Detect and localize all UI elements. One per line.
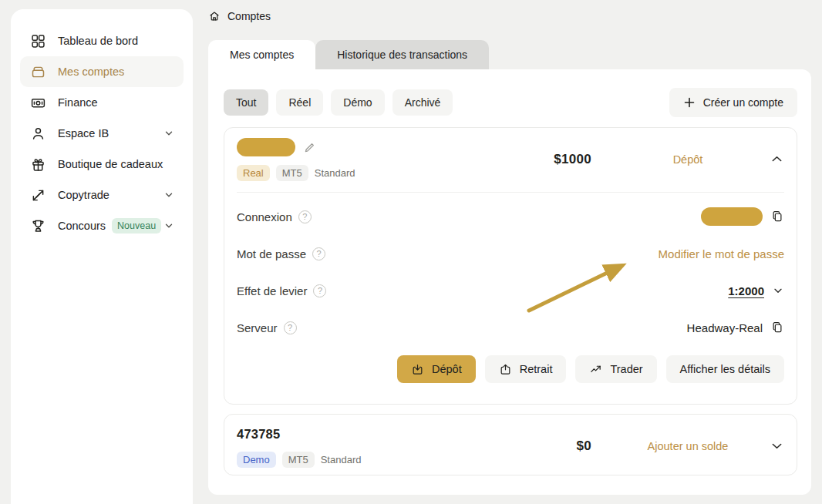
password-label: Mot de passe (237, 247, 306, 260)
plus-icon (683, 96, 696, 109)
account-card-real: Real MT5 Standard $1000 Dépôt Connexion … (224, 127, 797, 405)
account-identity: Real MT5 Standard (237, 137, 522, 181)
chevron-down-icon[interactable] (163, 220, 174, 231)
filter-label: Tout (236, 96, 256, 109)
leverage-value[interactable]: 1:2000 (728, 284, 764, 297)
wallet-icon (29, 63, 46, 80)
server-row: Serveur ? Headway-Real (237, 309, 784, 346)
plan-badge: Standard (315, 165, 355, 181)
withdraw-button-label: Retrait (520, 363, 553, 375)
filter-label: Réel (288, 96, 311, 109)
account-filters: Tout Réel Démo Archivé (224, 89, 453, 116)
sidebar-item-label: Espace IB (58, 127, 109, 139)
plan-badge: Standard (321, 452, 362, 468)
sidebar-item-finance[interactable]: Finance (20, 87, 184, 118)
login-label: Connexion (237, 210, 292, 223)
account-type-badge: Demo (237, 452, 276, 468)
sidebar: Tableau de bord Mes comptes Finance (11, 9, 193, 504)
tab-bar: Mes comptes Historique des transactions (208, 40, 489, 69)
server-label: Serveur (237, 321, 278, 334)
help-icon[interactable]: ? (312, 247, 325, 260)
account-balance: $0 (522, 438, 615, 454)
gift-icon (29, 156, 46, 173)
chevron-down-icon (770, 438, 784, 453)
account-card-demo: 473785 Demo MT5 Standard $0 Ajouter un s… (224, 414, 797, 475)
tab-transaction-history[interactable]: Historique des transactions (315, 40, 489, 69)
sidebar-item-label: Concours (58, 220, 106, 232)
create-account-button[interactable]: Créer un compte (669, 88, 797, 117)
help-icon[interactable]: ? (313, 284, 326, 297)
breadcrumb[interactable]: Comptes (208, 10, 271, 22)
password-row: Mot de passe ? Modifier le mot de passe (237, 235, 784, 272)
change-password-link[interactable]: Modifier le mot de passe (659, 247, 784, 260)
account-identity: 473785 Demo MT5 Standard (237, 424, 522, 468)
leverage-label: Effet de levier (237, 284, 307, 297)
chevron-down-icon[interactable] (772, 284, 784, 297)
add-balance-link[interactable]: Ajouter un solde (615, 440, 761, 452)
nouveau-badge: Nouveau (112, 218, 161, 234)
platform-badge: MT5 (282, 452, 315, 468)
account-actions: Dépôt Retrait Trader (224, 346, 797, 383)
tab-label: Historique des transactions (337, 49, 467, 61)
withdraw-button[interactable]: Retrait (485, 355, 567, 383)
trend-up-icon (589, 363, 602, 376)
account-card-header: 473785 Demo MT5 Standard $0 Ajouter un s… (224, 415, 797, 468)
help-icon[interactable]: ? (284, 321, 297, 334)
filter-real[interactable]: Réel (276, 89, 323, 116)
show-details-label: Afficher les détails (680, 363, 770, 375)
tab-label: Mes comptes (230, 49, 294, 61)
sidebar-item-contests[interactable]: Concours Nouveau (20, 210, 184, 241)
account-card-header: Real MT5 Standard $1000 Dépôt (224, 128, 797, 181)
accounts-panel: Tout Réel Démo Archivé Créer un compte (208, 69, 811, 495)
copytrade-arrows-icon (29, 186, 46, 203)
server-value: Headway-Real (687, 321, 763, 334)
redacted-login-value (701, 207, 763, 226)
account-badges: Demo MT5 Standard (237, 451, 522, 468)
dashboard-grid-icon (29, 32, 46, 49)
show-details-button[interactable]: Afficher les détails (666, 355, 784, 383)
deposit-icon (411, 363, 424, 376)
person-icon (29, 125, 46, 142)
sidebar-item-label: Tableau de bord (58, 35, 138, 47)
deposit-link[interactable]: Dépôt (615, 153, 761, 166)
filter-label: Démo (343, 96, 372, 109)
copy-icon[interactable] (770, 321, 784, 334)
sidebar-item-label: Copytrade (58, 189, 109, 201)
sidebar-item-dashboard[interactable]: Tableau de bord (20, 25, 184, 56)
banknote-icon (29, 94, 46, 111)
tab-my-accounts[interactable]: Mes comptes (208, 40, 315, 69)
sidebar-item-label: Boutique de cadeaux (58, 158, 163, 170)
sidebar-item-gift-shop[interactable]: Boutique de cadeaux (20, 149, 184, 180)
filter-label: Archivé (405, 96, 441, 109)
trophy-icon (29, 217, 46, 234)
chevron-down-icon[interactable] (163, 128, 174, 139)
login-row: Connexion ? (237, 198, 784, 235)
chevron-up-icon (770, 152, 784, 166)
account-badges: Real MT5 Standard (237, 164, 522, 181)
trade-button[interactable]: Trader (575, 355, 656, 383)
account-balance: $1000 (522, 152, 615, 167)
deposit-button[interactable]: Dépôt (397, 355, 476, 383)
edit-nickname-icon[interactable] (303, 141, 316, 154)
sidebar-item-ib-space[interactable]: Espace IB (20, 118, 184, 149)
help-icon[interactable]: ? (298, 210, 312, 223)
filter-archived[interactable]: Archivé (392, 89, 453, 116)
create-account-label: Créer un compte (703, 96, 783, 109)
home-icon[interactable] (208, 10, 221, 22)
copy-icon[interactable] (770, 210, 784, 223)
account-number: 473785 (237, 427, 280, 442)
platform-badge: MT5 (276, 165, 308, 181)
chevron-down-icon[interactable] (163, 190, 174, 200)
leverage-row: Effet de levier ? 1:2000 (237, 272, 784, 309)
expand-card-toggle[interactable] (761, 438, 784, 453)
deposit-button-label: Dépôt (432, 363, 462, 375)
filter-demo[interactable]: Démo (331, 89, 384, 116)
sidebar-item-my-accounts[interactable]: Mes comptes (20, 56, 184, 87)
sidebar-item-copytrade[interactable]: Copytrade (20, 180, 184, 210)
trade-button-label: Trader (610, 363, 642, 375)
filter-all[interactable]: Tout (224, 89, 268, 116)
collapse-card-toggle[interactable] (761, 152, 784, 166)
account-details: Connexion ? Mot de passe ? (224, 193, 797, 346)
withdraw-icon (499, 363, 512, 376)
account-type-badge: Real (237, 165, 270, 181)
